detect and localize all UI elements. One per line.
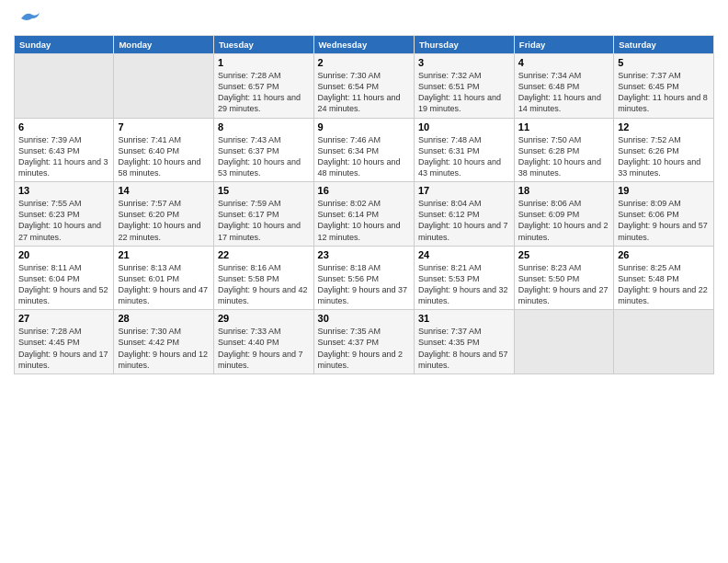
calendar-cell: 19 Sunrise: 8:09 AM Sunset: 6:06 PM Dayl… (614, 182, 714, 247)
daylight-label: Daylight: 11 hours and 24 minutes. (318, 93, 401, 113)
calendar-cell: 15 Sunrise: 7:59 AM Sunset: 6:17 PM Dayl… (213, 182, 313, 247)
sunrise-label: Sunrise: 7:41 AM (118, 135, 181, 144)
day-info: Sunrise: 8:02 AM Sunset: 6:14 PM Dayligh… (318, 198, 410, 243)
day-number: 7 (118, 121, 210, 132)
day-info: Sunrise: 8:25 AM Sunset: 5:48 PM Dayligh… (618, 262, 710, 307)
calendar-cell (15, 54, 114, 119)
daylight-label: Daylight: 8 hours and 57 minutes. (418, 350, 508, 370)
daylight-label: Daylight: 10 hours and 53 minutes. (218, 157, 301, 178)
calendar-header-saturday: Saturday (614, 36, 714, 54)
day-number: 31 (418, 313, 510, 324)
daylight-label: Daylight: 11 hours and 8 minutes. (618, 93, 708, 113)
day-info: Sunrise: 7:28 AM Sunset: 6:57 PM Dayligh… (218, 70, 310, 115)
sunset-label: Sunset: 6:12 PM (418, 210, 480, 219)
sunset-label: Sunset: 5:58 PM (218, 274, 279, 283)
day-info: Sunrise: 8:13 AM Sunset: 6:01 PM Dayligh… (118, 262, 210, 307)
sunset-label: Sunset: 5:56 PM (318, 274, 380, 283)
calendar-week-row: 6 Sunrise: 7:39 AM Sunset: 6:43 PM Dayli… (15, 118, 714, 182)
sunrise-label: Sunrise: 7:39 AM (18, 135, 82, 144)
calendar-cell: 8 Sunrise: 7:43 AM Sunset: 6:37 PM Dayli… (213, 118, 313, 182)
calendar-cell: 29 Sunrise: 7:33 AM Sunset: 4:40 PM Dayl… (213, 310, 313, 374)
sunrise-label: Sunrise: 8:04 AM (418, 199, 482, 208)
sunset-label: Sunset: 5:50 PM (518, 274, 580, 283)
calendar-header-tuesday: Tuesday (213, 36, 313, 54)
daylight-label: Daylight: 9 hours and 52 minutes. (18, 285, 108, 305)
day-info: Sunrise: 8:21 AM Sunset: 5:53 PM Dayligh… (418, 262, 510, 307)
daylight-label: Daylight: 9 hours and 42 minutes. (218, 285, 308, 305)
sunrise-label: Sunrise: 8:11 AM (18, 263, 82, 272)
calendar-cell: 14 Sunrise: 7:57 AM Sunset: 6:20 PM Dayl… (114, 182, 214, 247)
daylight-label: Daylight: 9 hours and 7 minutes. (218, 350, 303, 370)
day-number: 25 (518, 249, 609, 260)
calendar-header-sunday: Sunday (15, 36, 114, 54)
daylight-label: Daylight: 10 hours and 33 minutes. (618, 157, 700, 178)
day-number: 12 (618, 121, 710, 132)
sunset-label: Sunset: 6:01 PM (118, 274, 179, 283)
day-info: Sunrise: 7:55 AM Sunset: 6:23 PM Dayligh… (18, 198, 109, 243)
calendar-cell: 2 Sunrise: 7:30 AM Sunset: 6:54 PM Dayli… (313, 54, 414, 119)
day-info: Sunrise: 7:32 AM Sunset: 6:51 PM Dayligh… (418, 70, 510, 115)
day-number: 29 (218, 313, 310, 324)
day-number: 6 (18, 121, 109, 132)
day-info: Sunrise: 7:35 AM Sunset: 4:37 PM Dayligh… (318, 326, 410, 371)
day-number: 9 (318, 121, 410, 132)
day-info: Sunrise: 7:50 AM Sunset: 6:28 PM Dayligh… (518, 134, 609, 179)
daylight-label: Daylight: 10 hours and 12 minutes. (318, 221, 401, 241)
sunset-label: Sunset: 6:51 PM (418, 82, 480, 91)
sunset-label: Sunset: 6:40 PM (118, 146, 179, 155)
day-number: 15 (218, 185, 310, 196)
daylight-label: Daylight: 10 hours and 43 minutes. (418, 157, 501, 178)
day-number: 1 (218, 57, 310, 68)
day-info: Sunrise: 8:04 AM Sunset: 6:12 PM Dayligh… (418, 198, 510, 243)
calendar-cell: 21 Sunrise: 8:13 AM Sunset: 6:01 PM Dayl… (114, 246, 214, 310)
daylight-label: Daylight: 9 hours and 47 minutes. (118, 285, 208, 305)
calendar-cell: 11 Sunrise: 7:50 AM Sunset: 6:28 PM Dayl… (514, 118, 613, 182)
day-number: 28 (118, 313, 210, 324)
sunrise-label: Sunrise: 7:57 AM (118, 199, 181, 208)
day-number: 14 (118, 185, 210, 196)
sunrise-label: Sunrise: 7:37 AM (418, 327, 482, 336)
calendar-cell: 30 Sunrise: 7:35 AM Sunset: 4:37 PM Dayl… (313, 310, 414, 374)
sunset-label: Sunset: 6:45 PM (618, 82, 679, 91)
calendar-cell (614, 310, 714, 374)
day-number: 5 (618, 57, 710, 68)
daylight-label: Daylight: 9 hours and 22 minutes. (618, 285, 708, 305)
daylight-label: Daylight: 11 hours and 29 minutes. (218, 93, 301, 113)
day-info: Sunrise: 8:18 AM Sunset: 5:56 PM Dayligh… (318, 262, 410, 307)
day-number: 20 (18, 249, 109, 260)
day-info: Sunrise: 7:28 AM Sunset: 4:45 PM Dayligh… (18, 326, 109, 371)
sunset-label: Sunset: 5:53 PM (418, 274, 480, 283)
day-info: Sunrise: 8:06 AM Sunset: 6:09 PM Dayligh… (518, 198, 609, 243)
day-info: Sunrise: 8:16 AM Sunset: 5:58 PM Dayligh… (218, 262, 310, 307)
calendar-cell: 6 Sunrise: 7:39 AM Sunset: 6:43 PM Dayli… (15, 118, 114, 182)
daylight-label: Daylight: 11 hours and 14 minutes. (518, 93, 601, 113)
sunrise-label: Sunrise: 7:33 AM (218, 327, 281, 336)
sunrise-label: Sunrise: 7:30 AM (318, 71, 381, 80)
daylight-label: Daylight: 11 hours and 19 minutes. (418, 93, 501, 113)
logo (14, 9, 43, 28)
daylight-label: Daylight: 9 hours and 32 minutes. (418, 285, 508, 305)
daylight-label: Daylight: 9 hours and 2 minutes. (318, 350, 404, 370)
sunrise-label: Sunrise: 8:02 AM (318, 199, 381, 208)
day-info: Sunrise: 7:43 AM Sunset: 6:37 PM Dayligh… (218, 134, 310, 179)
sunrise-label: Sunrise: 8:25 AM (618, 263, 681, 272)
sunset-label: Sunset: 6:28 PM (518, 146, 580, 155)
calendar-cell: 22 Sunrise: 8:16 AM Sunset: 5:58 PM Dayl… (213, 246, 313, 310)
daylight-label: Daylight: 9 hours and 12 minutes. (118, 350, 208, 370)
sunrise-label: Sunrise: 7:28 AM (218, 71, 281, 80)
daylight-label: Daylight: 9 hours and 57 minutes. (618, 221, 708, 241)
calendar-week-row: 13 Sunrise: 7:55 AM Sunset: 6:23 PM Dayl… (15, 182, 714, 247)
daylight-label: Daylight: 9 hours and 17 minutes. (18, 350, 108, 370)
calendar-header-monday: Monday (114, 36, 214, 54)
sunrise-label: Sunrise: 7:48 AM (418, 135, 482, 144)
daylight-label: Daylight: 10 hours and 58 minutes. (118, 157, 200, 178)
day-info: Sunrise: 7:37 AM Sunset: 4:35 PM Dayligh… (418, 326, 510, 371)
calendar-cell: 9 Sunrise: 7:46 AM Sunset: 6:34 PM Dayli… (313, 118, 414, 182)
sunset-label: Sunset: 6:37 PM (218, 146, 279, 155)
calendar-cell: 23 Sunrise: 8:18 AM Sunset: 5:56 PM Dayl… (313, 246, 414, 310)
sunset-label: Sunset: 4:40 PM (218, 338, 279, 347)
calendar-cell: 24 Sunrise: 8:21 AM Sunset: 5:53 PM Dayl… (414, 246, 514, 310)
day-number: 23 (318, 249, 410, 260)
day-number: 30 (318, 313, 410, 324)
day-number: 22 (218, 249, 310, 260)
